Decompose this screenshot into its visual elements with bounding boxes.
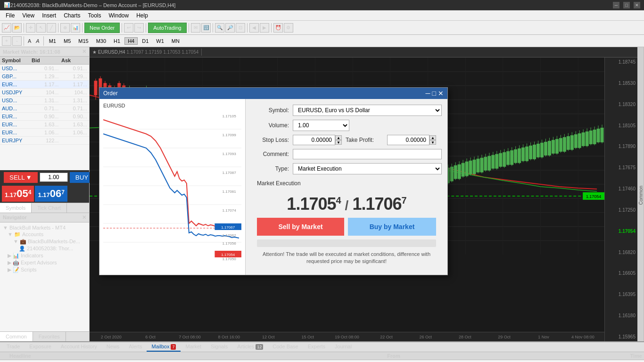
symbol-label: Symbol: — [251, 107, 289, 114]
tp-label: Take Profit: — [346, 137, 383, 143]
svg-text:1.17093: 1.17093 — [223, 152, 237, 156]
dialog-title-bar: Order ─ □ ✕ — [99, 88, 447, 99]
type-label: Type: — [251, 165, 289, 172]
expiry-progress-bar — [257, 239, 436, 247]
dialog-body: EURUSD — [99, 99, 447, 275]
dialog-close-button[interactable]: ✕ — [438, 90, 444, 97]
svg-text:1.17087: 1.17087 — [223, 171, 237, 175]
svg-text:1.17081: 1.17081 — [223, 189, 237, 194]
market-exec-label: Market Execution — [257, 180, 436, 187]
sl-down-btn[interactable]: ▼ — [335, 140, 342, 145]
svg-text:1.17050: 1.17050 — [223, 257, 237, 261]
order-dialog-overlay: Order ─ □ ✕ EURUSD — [0, 0, 644, 362]
volume-select[interactable]: 1.00 — [293, 120, 349, 131]
type-select[interactable]: Market Execution — [293, 163, 442, 174]
sl-tp-row: Stop Loss: ▲ ▼ Take Profit: ▲ ▼ — [251, 135, 442, 145]
tp-down-btn[interactable]: ▼ — [429, 140, 436, 145]
symbol-row: Symbol: EURUSD, Euro vs US Dollar — [251, 105, 442, 116]
volume-row: Volume: 1.00 — [251, 120, 442, 131]
sl-spinbox: ▲ ▼ — [293, 135, 342, 145]
sell-by-market-button[interactable]: Sell by Market — [257, 218, 344, 236]
dialog-mini-chart: 1.17105 1.17099 1.17093 1.17087 1.17081 … — [103, 110, 241, 261]
dialog-minimize-button[interactable]: ─ — [426, 90, 430, 97]
tp-spinbox: ▲ ▼ — [387, 135, 436, 145]
svg-text:1.17054: 1.17054 — [221, 253, 235, 257]
comment-input[interactable] — [293, 149, 442, 159]
svg-text:1.17067: 1.17067 — [221, 225, 235, 230]
dialog-chart-panel: EURUSD — [99, 99, 246, 275]
svg-text:1.17105: 1.17105 — [223, 114, 237, 118]
comment-label: Comment: — [251, 151, 289, 157]
volume-label: Volume: — [251, 122, 289, 129]
market-exec-buttons: Sell by Market Buy by Market — [257, 218, 436, 236]
dialog-form: Symbol: EURUSD, Euro vs US Dollar Volume… — [246, 99, 447, 275]
comment-row: Comment: — [251, 149, 442, 159]
dialog-chart-label: EURUSD — [103, 103, 241, 108]
buy-by-market-button[interactable]: Buy by Market — [348, 218, 436, 236]
dialog-maximize-button[interactable]: □ — [432, 90, 436, 97]
sl-input[interactable] — [293, 135, 335, 145]
sl-label: Stop Loss: — [251, 137, 289, 143]
svg-text:1.17099: 1.17099 — [223, 133, 237, 137]
svg-text:1.17056: 1.17056 — [223, 241, 237, 246]
type-row: Type: Market Execution — [251, 163, 442, 174]
dialog-title-text: Order — [103, 90, 118, 97]
warning-text: Attention! The trade will be executed at… — [257, 251, 436, 265]
sl-up-btn[interactable]: ▲ — [335, 135, 342, 140]
tp-up-btn[interactable]: ▲ — [429, 135, 436, 140]
market-prices: 1.17054 / 1.17067 — [257, 190, 436, 218]
market-exec-section: Market Execution 1.17054 / 1.17067 Sell … — [251, 178, 442, 269]
svg-text:1.17074: 1.17074 — [223, 208, 237, 213]
svg-text:1.17062: 1.17062 — [223, 233, 237, 238]
symbol-select[interactable]: EURUSD, Euro vs US Dollar — [293, 105, 442, 116]
order-dialog: Order ─ □ ✕ EURUSD — [99, 87, 448, 275]
tp-input[interactable] — [387, 135, 429, 145]
